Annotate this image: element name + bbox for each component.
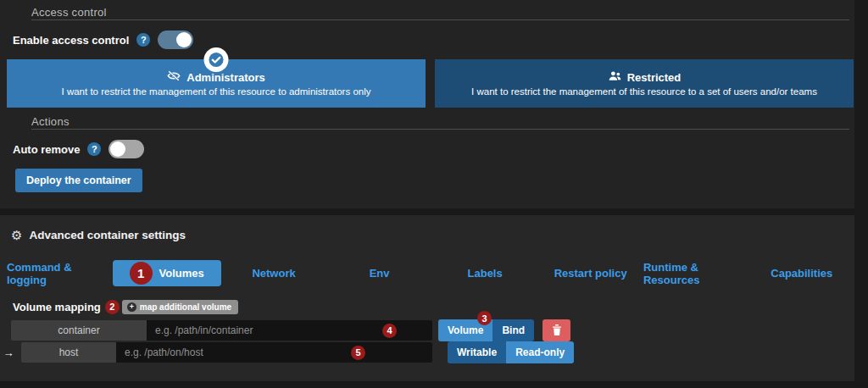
tab-network[interactable]: Network	[221, 260, 327, 286]
restricted-option-title: Restricted	[627, 71, 682, 84]
help-icon[interactable]: ?	[87, 142, 101, 156]
active-tab-button[interactable]: 1 Volumes	[113, 260, 221, 286]
advanced-settings-title: Advanced container settings	[29, 229, 186, 241]
auto-remove-toggle[interactable]	[108, 140, 144, 158]
volume-host-row: → host 5 Writable Read-only	[3, 341, 574, 363]
annotation-badge-5: 5	[351, 346, 365, 360]
gear-icon: ⚙	[11, 229, 22, 241]
users-icon	[608, 70, 621, 84]
annotation-badge-1: 1	[130, 262, 153, 285]
tab-env[interactable]: Env	[326, 260, 432, 286]
tab-volumes-label: Volumes	[159, 267, 204, 280]
section-separator-band	[0, 208, 854, 215]
page-bottom-margin	[0, 381, 868, 388]
annotation-badge-3: 3	[477, 311, 492, 325]
arrow-right-icon: →	[3, 346, 14, 359]
map-additional-volume-button[interactable]: + map additional volume	[122, 300, 238, 314]
access-option-restricted[interactable]: Restricted I want to restrict the manage…	[435, 59, 854, 108]
toggle-knob	[110, 141, 125, 157]
enable-access-control-toggle[interactable]	[158, 30, 193, 49]
trash-icon	[552, 324, 562, 338]
auto-remove-row: Auto remove ?	[13, 138, 144, 160]
annotation-badge-2: 2	[105, 300, 120, 314]
tab-volumes[interactable]: 1 Volumes	[113, 260, 221, 286]
tab-runtime-resources[interactable]: Runtime & Resources	[643, 260, 749, 286]
settings-tab-bar: Command & logging 1 Volumes Network Env …	[7, 260, 854, 286]
access-control-section-title: Access control	[31, 6, 107, 19]
deploy-container-button[interactable]: Deploy the container	[15, 169, 142, 192]
administrators-option-title: Administrators	[186, 71, 264, 84]
selected-check-icon	[204, 47, 229, 72]
advanced-settings-header: ⚙ Advanced container settings	[11, 229, 186, 241]
enable-access-control-row: Enable access control ?	[13, 29, 193, 51]
tab-capabilities[interactable]: Capabilities	[749, 260, 855, 286]
restricted-option-description: I want to restrict the management of thi…	[471, 86, 817, 97]
container-settings-page: Access control Enable access control ? A…	[0, 0, 868, 388]
auto-remove-label: Auto remove	[13, 143, 80, 156]
bind-type-button[interactable]: Bind	[492, 319, 534, 341]
section-divider	[31, 19, 849, 20]
remove-volume-button[interactable]	[542, 319, 570, 341]
readonly-mode-button[interactable]: Read-only	[506, 341, 574, 363]
administrators-option-description: I want to restrict the management of thi…	[62, 86, 371, 97]
map-additional-volume-label: map additional volume	[140, 302, 231, 312]
toggle-knob	[176, 32, 192, 47]
access-option-administrators[interactable]: Administrators I want to restrict the ma…	[7, 59, 426, 108]
section-divider	[31, 129, 849, 130]
tab-labels[interactable]: Labels	[432, 260, 538, 286]
container-addon-label: container	[11, 320, 147, 341]
writable-mode-button[interactable]: Writable	[448, 341, 506, 363]
annotation-badge-4: 4	[382, 324, 397, 338]
host-path-input[interactable]	[116, 342, 432, 363]
volume-mapping-label: Volume mapping	[13, 301, 101, 313]
enable-access-control-label: Enable access control	[13, 34, 129, 47]
tab-command-logging[interactable]: Command & logging	[7, 260, 113, 286]
eye-slash-icon	[167, 70, 181, 84]
plus-circle-icon: +	[127, 302, 136, 312]
volume-mapping-header: Volume mapping 2 + map additional volume	[13, 298, 238, 315]
host-addon-label: host	[21, 342, 116, 363]
page-right-margin	[854, 0, 868, 388]
help-icon[interactable]: ?	[136, 33, 150, 47]
volume-container-row: container 4 Volume Bind 3	[11, 319, 570, 341]
actions-section-title: Actions	[31, 115, 70, 128]
tab-restart-policy[interactable]: Restart policy	[537, 260, 643, 286]
